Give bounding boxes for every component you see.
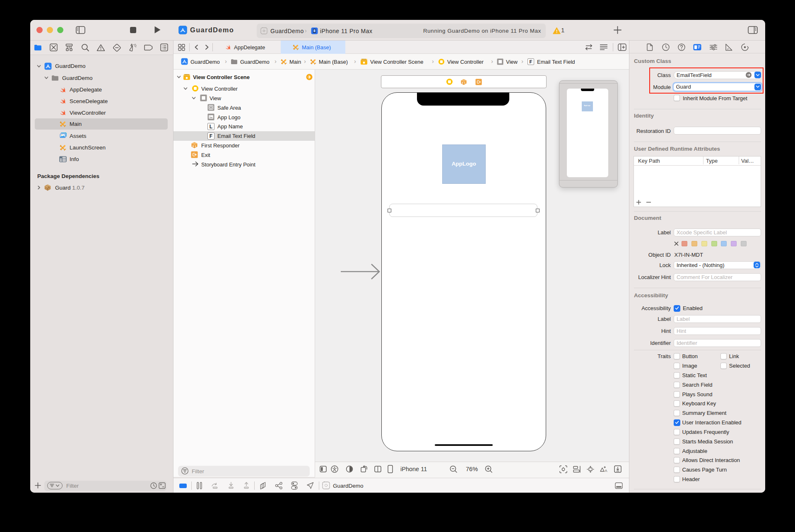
svg-text:A: A <box>605 469 607 473</box>
